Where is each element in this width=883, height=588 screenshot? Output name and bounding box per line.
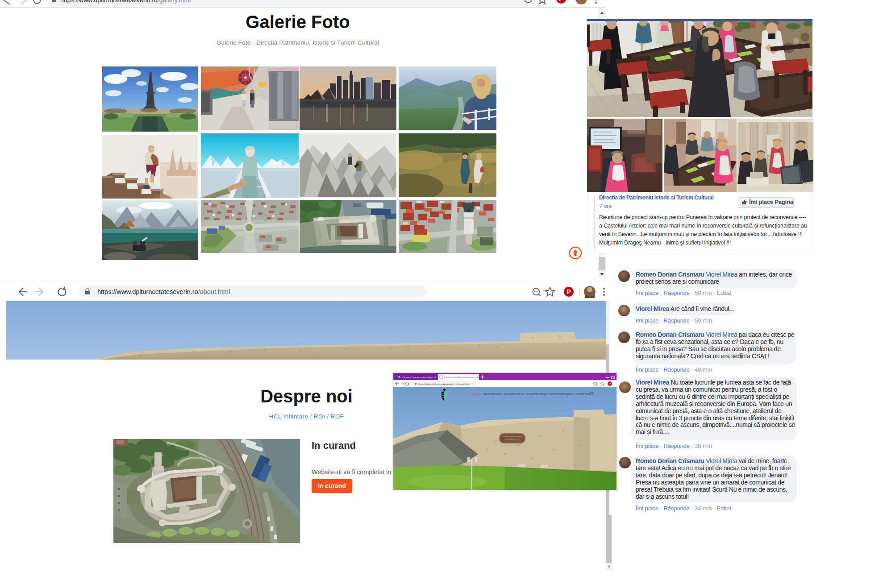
svg-text:https://www.dpiturncetatesever: https://www.dpiturncetateseverin.ro/inde… — [418, 383, 469, 385]
svg-text:f: f — [399, 375, 400, 379]
svg-text:GALERIE FOTO: GALERIE FOTO — [504, 393, 524, 395]
svg-text:Directia de Patrimoniu Istoric: Directia de Patrimoniu Istoric si — [444, 376, 479, 379]
svg-text:GALERIE VIDEO: GALERIE VIDEO — [526, 393, 548, 395]
svg-text:ORGANIZARE: ORGANIZARE — [483, 393, 501, 395]
svg-text:P: P — [608, 382, 611, 386]
svg-text:P: P — [566, 288, 571, 295]
svg-text:ACASA: ACASA — [472, 393, 482, 395]
svg-text:P: P — [559, 0, 563, 2]
svg-text:Cenaclul literar reobordietjn: Cenaclul literar reobordietjn — [402, 376, 433, 379]
svg-text:A SEVERINULUI: A SEVERINULUI — [504, 439, 519, 441]
svg-text:ANUNTURI: ANUNTURI — [576, 393, 591, 395]
svg-text:✕: ✕ — [434, 376, 436, 379]
svg-text:CETATEA MEDIEVALA: CETATEA MEDIEVALA — [502, 435, 522, 438]
svg-text:✕: ✕ — [477, 376, 479, 379]
svg-text:TERRA DRIFONIS ▾: TERRA DRIFONIS ▾ — [549, 393, 575, 395]
